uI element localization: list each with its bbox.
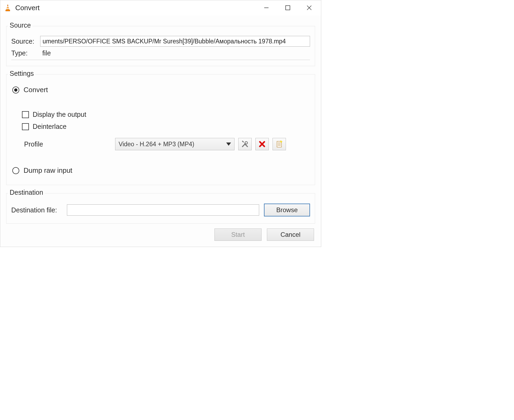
source-separator [11,60,310,60]
display-output-checkbox[interactable] [22,111,29,118]
profile-selected: Video - H.264 + MP3 (MP4) [119,141,194,148]
client-area: Source Source: Type: file Settings Conve… [0,15,321,247]
dump-raw-radio-row[interactable]: Dump raw input [12,166,310,175]
new-profile-button[interactable] [273,138,286,150]
convert-radio[interactable] [12,87,19,93]
close-button[interactable] [298,0,320,15]
svg-point-9 [245,142,247,144]
browse-button[interactable]: Browse [264,204,310,216]
type-label: Type: [11,49,40,57]
window-title: Convert [15,4,256,12]
svg-rect-2 [7,8,9,9]
source-input[interactable] [40,36,310,47]
browse-button-label: Browse [276,206,298,214]
destination-label: Destination file: [11,206,67,214]
dialog-buttons: Start Cancel [6,224,315,241]
vlc-cone-icon [4,4,12,12]
type-value: file [40,49,51,57]
window-controls [256,0,320,15]
display-output-check-row[interactable]: Display the output [22,111,310,118]
convert-radio-label: Convert [24,86,48,94]
tools-icon [241,140,249,148]
source-label: Source: [11,38,40,45]
maximize-button[interactable] [277,0,298,15]
svg-rect-3 [6,10,10,11]
destination-group: Destination Destination file: Browse [6,193,315,224]
convert-dialog: Convert Source Source: Type: file [0,0,321,247]
cancel-button-label: Cancel [281,231,301,238]
settings-legend: Settings [8,70,35,77]
destination-legend: Destination [8,189,45,196]
dump-raw-radio[interactable] [12,167,19,174]
profile-row: Profile Video - H.264 + MP3 (MP4) [24,138,310,150]
cancel-button[interactable]: Cancel [267,228,314,241]
source-legend: Source [8,21,32,29]
svg-rect-5 [286,6,290,10]
convert-radio-row[interactable]: Convert [12,86,310,94]
titlebar: Convert [0,0,321,15]
minimize-button[interactable] [256,0,277,15]
profile-combobox[interactable]: Video - H.264 + MP3 (MP4) [115,138,235,150]
delete-profile-button[interactable] [255,138,269,150]
type-row: Type: file [11,49,310,57]
start-button[interactable]: Start [214,228,262,241]
source-group: Source Source: Type: file [6,26,315,66]
chevron-down-icon [226,142,231,146]
svg-rect-11 [242,141,244,143]
destination-input[interactable] [67,204,259,216]
svg-rect-1 [7,6,9,8]
deinterlace-checkbox[interactable] [22,123,29,130]
new-document-icon [275,140,283,148]
settings-group: Settings Convert Display the output Dein… [6,74,315,185]
display-output-label: Display the output [33,111,86,118]
delete-icon [258,140,266,148]
source-row: Source: [11,36,310,47]
start-button-label: Start [231,231,245,238]
profile-label: Profile [24,140,115,148]
edit-profile-button[interactable] [238,138,252,150]
deinterlace-label: Deinterlace [33,123,66,130]
dump-raw-radio-label: Dump raw input [24,166,72,175]
deinterlace-check-row[interactable]: Deinterlace [22,123,310,130]
destination-row: Destination file: Browse [11,204,310,216]
